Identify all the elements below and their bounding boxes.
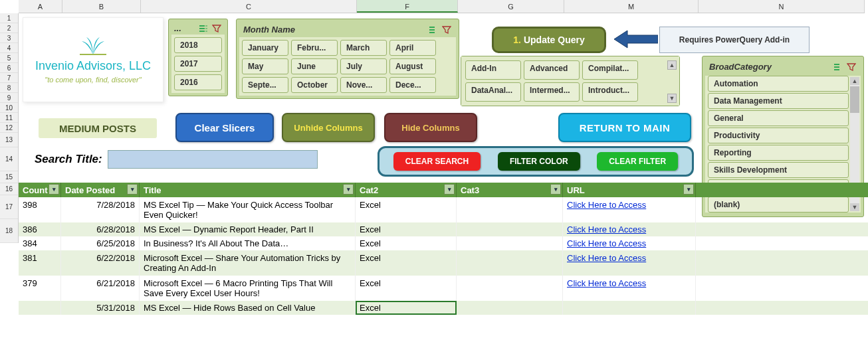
- slicer-item[interactable]: August: [389, 58, 436, 74]
- multiselect-icon[interactable]: [428, 25, 439, 35]
- cell[interactable]: 379: [19, 276, 61, 301]
- slicer-item[interactable]: October: [291, 77, 338, 93]
- slicer-item[interactable]: May: [242, 58, 288, 74]
- row-header-12[interactable]: 12: [0, 123, 18, 133]
- row-header-10[interactable]: 10: [0, 103, 18, 113]
- cell[interactable]: 6/25/2018: [61, 236, 140, 250]
- cell[interactable]: [457, 197, 563, 222]
- cell[interactable]: [457, 276, 563, 301]
- cell-url[interactable]: [563, 301, 696, 315]
- access-link[interactable]: Click Here to Access: [567, 224, 646, 234]
- cell[interactable]: 6/22/2018: [61, 250, 140, 276]
- hide-columns-button[interactable]: Hide Columns: [384, 113, 477, 142]
- cell[interactable]: 6/21/2018: [61, 276, 140, 301]
- slicer-year[interactable]: ... 201820172016: [168, 19, 228, 96]
- slicer-item[interactable]: Septe...: [242, 77, 288, 93]
- clear-filter-icon[interactable]: [211, 24, 222, 33]
- filter-dropdown-icon[interactable]: ▾: [343, 184, 354, 195]
- slicer-item[interactable]: April: [389, 40, 436, 56]
- row-header-15[interactable]: 15: [0, 171, 18, 183]
- column-header-url[interactable]: URL▾: [563, 183, 696, 197]
- slicer-tags[interactable]: Add-InAdvancedCompilat...DataAnal...Inte…: [461, 56, 680, 106]
- cell[interactable]: Microsoft Excel — Share Your Automation …: [140, 250, 356, 276]
- column-header-G[interactable]: G: [458, 0, 564, 13]
- cell-url[interactable]: Click Here to Access: [563, 250, 696, 276]
- scroll-thumb[interactable]: [850, 86, 859, 113]
- cell[interactable]: Excel: [356, 301, 457, 315]
- row-header-11[interactable]: 11: [0, 113, 18, 123]
- column-header-M[interactable]: M: [564, 0, 699, 13]
- column-header-B[interactable]: B: [62, 0, 141, 13]
- clear-filter-icon[interactable]: [846, 62, 857, 72]
- cell-url[interactable]: Click Here to Access: [563, 236, 696, 250]
- cell[interactable]: [457, 236, 563, 250]
- cell[interactable]: 7/28/2018: [61, 197, 140, 222]
- filter-dropdown-icon[interactable]: ▾: [49, 184, 59, 195]
- slicer-item[interactable]: General: [708, 110, 849, 126]
- clear-slicers-button[interactable]: Clear Slicers: [175, 113, 274, 142]
- slicer-tags-scrollbar[interactable]: ▲ ▼: [667, 60, 677, 102]
- row-header-6[interactable]: 6: [0, 63, 18, 73]
- cell[interactable]: MS Excel — Dynamic Report Header, Part I…: [140, 222, 356, 236]
- multiselect-icon[interactable]: [833, 62, 843, 72]
- slicer-item[interactable]: Skills Development: [708, 162, 849, 178]
- cell-url[interactable]: Click Here to Access: [563, 197, 696, 222]
- filter-color-button[interactable]: FILTER COLOR: [498, 152, 580, 171]
- slicer-item[interactable]: Reporting: [708, 145, 849, 161]
- row-header-8[interactable]: 8: [0, 83, 18, 93]
- cell[interactable]: MS Excel Tip — Make Your Quick Access To…: [140, 197, 356, 222]
- column-header-A[interactable]: A: [19, 0, 62, 13]
- clear-search-button[interactable]: CLEAR SEARCH: [393, 152, 481, 171]
- slicer-item[interactable]: Data Management: [708, 93, 849, 109]
- row-header-1[interactable]: 1: [0, 13, 18, 23]
- slicer-item[interactable]: Advanced: [524, 60, 580, 80]
- slicer-item[interactable]: July: [340, 58, 387, 74]
- update-query-button[interactable]: 1. Update Query: [492, 27, 606, 53]
- slicer-item[interactable]: Dece...: [389, 77, 436, 93]
- cell[interactable]: 386: [19, 222, 61, 236]
- cell[interactable]: 5/31/2018: [61, 301, 140, 315]
- cell[interactable]: Excel: [356, 197, 457, 222]
- slicer-item[interactable]: Compilat...: [582, 60, 638, 80]
- cell[interactable]: Excel: [356, 276, 457, 301]
- column-header-cat2[interactable]: Cat2▾: [356, 183, 457, 197]
- row-header-4[interactable]: 4: [0, 43, 18, 53]
- cell[interactable]: 6/28/2018: [61, 222, 140, 236]
- slicer-item[interactable]: January: [242, 40, 288, 56]
- filter-dropdown-icon[interactable]: ▾: [127, 184, 138, 195]
- column-header-N[interactable]: N: [699, 0, 865, 13]
- return-to-main-button[interactable]: RETURN TO MAIN: [558, 113, 691, 142]
- row-header-9[interactable]: 9: [0, 93, 18, 103]
- row-header-16[interactable]: 16: [0, 183, 18, 195]
- row-header-18[interactable]: 18: [0, 219, 18, 243]
- slicer-item[interactable]: DataAnal...: [465, 82, 521, 102]
- cell[interactable]: [457, 250, 563, 276]
- cell-url[interactable]: Click Here to Access: [563, 222, 696, 236]
- scroll-up-icon[interactable]: ▲: [850, 77, 859, 85]
- search-input[interactable]: [108, 150, 318, 169]
- scroll-down-icon[interactable]: ▼: [667, 94, 677, 103]
- access-link[interactable]: Click Here to Access: [567, 238, 646, 248]
- cell[interactable]: Excel: [356, 250, 457, 276]
- slicer-item[interactable]: 2018: [174, 37, 222, 53]
- cell[interactable]: 384: [19, 236, 61, 250]
- filter-dropdown-icon[interactable]: ▾: [550, 184, 561, 195]
- slicer-month[interactable]: Month Name JanuaryFebru...MarchAprilMayJ…: [236, 19, 459, 99]
- row-header-7[interactable]: 7: [0, 73, 18, 83]
- row-header-5[interactable]: 5: [0, 53, 18, 63]
- slicer-item[interactable]: Automation: [708, 76, 849, 92]
- cell[interactable]: MS Excel — Hide Rows Based on Cell Value: [140, 301, 356, 315]
- row-header-2[interactable]: 2: [0, 23, 18, 33]
- slicer-item[interactable]: 2016: [174, 74, 222, 90]
- access-link[interactable]: Click Here to Access: [567, 253, 646, 263]
- slicer-item[interactable]: Add-In: [465, 60, 521, 80]
- cell[interactable]: [457, 301, 563, 315]
- slicer-item[interactable]: Productivity: [708, 128, 849, 143]
- clear-filter-button[interactable]: CLEAR FILTER: [597, 152, 678, 171]
- row-header-17[interactable]: 17: [0, 195, 18, 219]
- slicer-item[interactable]: June: [291, 58, 338, 74]
- access-link[interactable]: Click Here to Access: [567, 278, 646, 288]
- cell[interactable]: In Business? It's All About The Data…: [140, 236, 356, 250]
- row-header-13[interactable]: 13: [0, 133, 18, 147]
- filter-dropdown-icon[interactable]: ▾: [444, 184, 455, 195]
